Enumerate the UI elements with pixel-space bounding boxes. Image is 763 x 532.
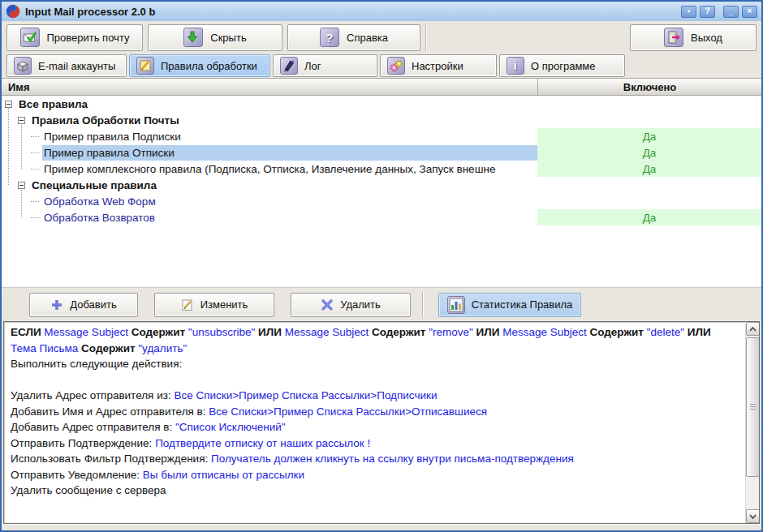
check-mail-icon (20, 28, 40, 47)
exit-button[interactable]: Выход (630, 24, 757, 51)
rule-detail-line (11, 372, 739, 388)
help-button[interactable]: ? Справка (287, 24, 420, 51)
rule-name-cell: Правила Обработки Почты (2, 112, 537, 128)
rule-row[interactable]: Специальные правила (2, 177, 761, 193)
tab-settings[interactable]: Настройки (380, 54, 497, 77)
rule-row[interactable]: Обработка ВозвратовДа (2, 209, 761, 225)
rule-row[interactable]: Правила Обработки Почты (2, 112, 761, 128)
tree-connector (31, 201, 39, 202)
detail-keyword-text: Добавить Имя и Адрес отправителя в: (11, 405, 209, 418)
detail-value-text: "remove" (429, 326, 476, 338)
detail-keyword-text: ИЛИ (476, 326, 503, 338)
edit-rule-button[interactable]: Изменить (154, 293, 274, 317)
tab-log-label: Лог (304, 60, 321, 72)
detail-value-text: Message Subject (44, 326, 131, 338)
rule-detail-line: Добавить Имя и Адрес отправителя в: Все … (11, 404, 739, 420)
check-mail-button[interactable]: Проверить почту (6, 24, 143, 51)
rules-grid-header: Имя Включено (2, 78, 761, 96)
detail-keyword-text: Содержит (372, 326, 429, 338)
detail-keyword-text: ИЛИ (258, 326, 285, 338)
rule-name-label[interactable]: Пример правила Отписки (42, 145, 537, 161)
rule-enabled-cell (537, 112, 761, 128)
rule-row[interactable]: Пример правила ОтпискиДа (2, 144, 761, 161)
detail-keyword-text: Выполнить следующие действия: (11, 358, 182, 370)
rule-row[interactable]: Все правила (2, 96, 761, 112)
scrollbar-thumb[interactable] (746, 337, 760, 477)
collapse-toggle-icon[interactable] (18, 117, 25, 124)
status-strip (2, 524, 761, 530)
plus-icon (50, 298, 63, 311)
tab-processing-rules[interactable]: Правила обработки (129, 54, 270, 77)
delete-rule-button[interactable]: Удалить (291, 293, 411, 317)
app-window: Input Mail processor 2.0 b ▪ ? _ × Прове… (0, 0, 763, 532)
info-icon: i (507, 57, 524, 75)
detail-keyword-text: Отправить Уведомление: (11, 469, 143, 481)
tree-guide-line (21, 190, 22, 217)
rule-name-cell: Обработка Web Форм (2, 193, 537, 209)
question-icon: ? (320, 28, 339, 47)
column-header-enabled[interactable]: Включено (537, 79, 761, 95)
scroll-down-button[interactable] (746, 509, 760, 523)
hide-button[interactable]: Скрыть (148, 24, 282, 51)
actions-separator (422, 292, 424, 318)
x-icon (321, 298, 334, 311)
rule-detail-line: ЕСЛИ Message Subject Содержит "unsubscri… (11, 324, 739, 356)
tab-about[interactable]: i О программе (499, 54, 625, 77)
tray-button[interactable]: ▪ (681, 6, 696, 18)
rule-name-cell: Обработка Возвратов (2, 209, 537, 225)
detail-keyword-text: ИЛИ (688, 326, 711, 338)
detail-value-text: "Список Исключений" (175, 421, 286, 433)
collapse-toggle-icon[interactable] (18, 182, 25, 189)
detail-keyword-text: Отправить Подтверждение: (11, 437, 155, 449)
tab-bar: E-mail аккаунты Правила обработки Лог (2, 54, 761, 78)
rule-statistics-button[interactable]: Статистика Правила (438, 293, 581, 317)
statistics-chart-icon (447, 296, 465, 314)
rule-enabled-cell (537, 96, 761, 112)
tab-settings-label: Настройки (412, 60, 463, 72)
delete-rule-label: Удалить (340, 298, 381, 311)
vertical-scrollbar[interactable] (745, 322, 759, 523)
rule-name-label[interactable]: Правила Обработки Почты (30, 113, 537, 128)
detail-keyword-text: Содержит (589, 326, 646, 338)
rule-statistics-label: Статистика Правила (472, 298, 573, 311)
check-mail-label: Проверить почту (47, 32, 130, 44)
rule-name-label[interactable]: Все правила (17, 97, 537, 112)
tree-guide-line (21, 125, 22, 169)
rule-name-label[interactable]: Обработка Возвратов (42, 210, 537, 225)
rule-row[interactable]: Обработка Web Форм (2, 193, 761, 209)
tree-guide-line (8, 107, 9, 185)
rule-name-cell: Пример комплексного правила (Подписка, О… (2, 161, 537, 177)
tab-email-accounts[interactable]: E-mail аккаунты (6, 54, 127, 77)
detail-value-text: Message Subject (502, 326, 589, 338)
hide-arrow-icon (183, 28, 203, 47)
add-rule-label: Добавить (70, 298, 116, 311)
rule-name-cell: Пример правила Отписки (2, 144, 537, 161)
tree-connector (31, 136, 39, 137)
rule-name-label[interactable]: Пример правила Подписки (42, 129, 537, 144)
titlebar-help-button[interactable]: ? (700, 6, 715, 18)
tree-connector (31, 217, 39, 218)
rule-row[interactable]: Пример комплексного правила (Подписка, О… (2, 161, 761, 177)
rule-name-label[interactable]: Специальные правила (30, 178, 537, 193)
scroll-up-button[interactable] (746, 322, 760, 336)
rule-detail-line: Удалить сообщение с сервера (11, 483, 739, 499)
detail-value-text: "unsubscribe" (188, 326, 258, 338)
rule-row[interactable]: Пример правила ПодпискиДа (2, 128, 761, 144)
rule-name-label[interactable]: Обработка Web Форм (42, 194, 537, 209)
mail-accounts-icon (14, 57, 32, 75)
add-rule-button[interactable]: Добавить (29, 293, 138, 317)
detail-value-text: Получатель должен кликнуть на ссылку вну… (211, 453, 574, 465)
rule-name-label[interactable]: Пример комплексного правила (Подписка, О… (42, 161, 537, 177)
tab-log[interactable]: Лог (273, 54, 377, 77)
minimize-button[interactable]: _ (723, 6, 739, 18)
detail-value-text: Все Списки>Пример Списка Рассылки>Отписа… (209, 405, 487, 418)
log-pen-icon (280, 57, 298, 75)
rule-enabled-cell (537, 193, 761, 209)
rule-enabled-cell: Да (537, 128, 761, 144)
close-button[interactable]: × (742, 6, 757, 18)
chevron-down-icon (749, 514, 757, 519)
column-header-name[interactable]: Имя (2, 79, 537, 95)
processing-rules-icon (136, 57, 154, 75)
tree-connector (31, 169, 39, 169)
detail-value-text: Тема Письма (11, 342, 81, 354)
